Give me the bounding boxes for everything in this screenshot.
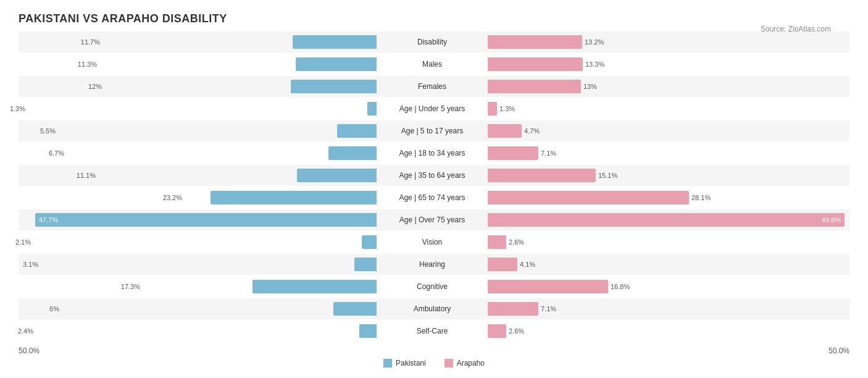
pink-bar	[488, 324, 506, 338]
pink-bar	[488, 146, 538, 160]
arapaho-color-box	[444, 359, 453, 368]
pink-bar	[488, 169, 596, 182]
bar-label: Males	[377, 60, 488, 69]
right-value: 4.1%	[520, 261, 535, 268]
left-value: 2.1%	[15, 238, 31, 246]
pink-bar	[488, 102, 497, 116]
right-side: 7.1%	[488, 146, 846, 160]
left-value: 11.7%	[81, 38, 100, 46]
right-side: 13.2%	[488, 35, 846, 49]
right-value: 4.7%	[524, 127, 540, 135]
bar-label: Vision	[377, 238, 488, 246]
bar-label: Females	[377, 82, 488, 91]
bar-row: 47.7% Age | Over 75 years 49.8%	[19, 209, 849, 230]
bar-container: 2.4% Self-Care 2.6%	[19, 321, 849, 342]
bar-row: 6% Ambulatory 7.1%	[19, 298, 849, 319]
right-value: 49.8%	[822, 216, 841, 224]
right-value: 13%	[583, 83, 597, 90]
bar-row: 2.4% Self-Care 2.6%	[19, 321, 849, 342]
bar-label: Age | Under 5 years	[377, 104, 488, 113]
pink-bar	[488, 302, 538, 316]
blue-bar: 47.7%	[35, 213, 377, 227]
right-side: 28.1%	[488, 191, 846, 204]
pink-bar	[488, 124, 522, 138]
bar-row: 5.5% Age | 5 to 17 years 4.7%	[19, 120, 849, 141]
bar-container: 3.1% Hearing 4.1%	[19, 254, 849, 275]
right-value: 15.1%	[598, 172, 617, 179]
bar-container: 47.7% Age | Over 75 years 49.8%	[19, 209, 849, 230]
bar-row: 11.1% Age | 35 to 64 years 15.1%	[19, 165, 849, 186]
axis-left: 50.0%	[19, 346, 378, 355]
left-value: 17.3%	[121, 283, 140, 290]
blue-bar	[354, 258, 377, 271]
right-value: 16.8%	[611, 283, 630, 290]
right-value: 2.6%	[509, 238, 524, 246]
bar-label: Hearing	[377, 260, 488, 269]
bar-row: 3.1% Hearing 4.1%	[19, 254, 849, 275]
left-value: 2.4%	[18, 327, 33, 335]
right-side: 2.6%	[488, 324, 846, 338]
left-side: 6%	[19, 302, 377, 316]
bar-container: 1.3% Age | Under 5 years 1.3%	[19, 98, 849, 119]
pink-bar	[488, 258, 517, 271]
right-side: 13.3%	[488, 57, 846, 71]
right-side: 7.1%	[488, 302, 846, 316]
bar-container: 5.5% Age | 5 to 17 years 4.7%	[19, 120, 849, 141]
left-side: 11.7%	[19, 35, 377, 49]
legend-pakistani-label: Pakistani	[396, 359, 426, 368]
bar-row: 2.1% Vision 2.6%	[19, 232, 849, 253]
bar-row: 11.7% Disability 13.2%	[19, 32, 849, 52]
left-value: 12%	[88, 83, 102, 90]
bar-row: 23.2% Age | 65 to 74 years 28.1%	[19, 187, 849, 208]
bar-label: Age | 5 to 17 years	[377, 127, 488, 135]
left-side: 17.3%	[19, 280, 377, 293]
bar-label: Age | 35 to 64 years	[377, 171, 488, 180]
bar-row: 1.3% Age | Under 5 years 1.3%	[19, 98, 849, 119]
axis-row: 50.0% 50.0%	[19, 346, 849, 355]
pink-bar	[488, 191, 689, 204]
left-side: 23.2%	[19, 191, 377, 204]
right-value: 13.2%	[585, 38, 604, 46]
left-side: 12%	[19, 80, 377, 93]
left-value: 23.2%	[163, 194, 182, 201]
pink-bar	[488, 280, 608, 293]
blue-bar	[362, 235, 377, 249]
left-side: 5.5%	[19, 124, 377, 138]
bar-label: Disability	[377, 38, 488, 46]
right-value: 2.6%	[509, 327, 524, 335]
bar-container: 23.2% Age | 65 to 74 years 28.1%	[19, 187, 849, 208]
right-side: 1.3%	[488, 102, 846, 116]
right-side: 4.1%	[488, 258, 846, 271]
left-side: 3.1%	[19, 258, 377, 271]
pink-bar	[488, 57, 583, 71]
bar-label: Age | 18 to 34 years	[377, 149, 488, 158]
bar-row: 11.3% Males 13.3%	[19, 54, 849, 75]
bar-label: Age | Over 75 years	[377, 216, 488, 224]
left-side: 1.3%	[19, 102, 377, 116]
blue-bar	[367, 102, 377, 116]
left-value: 1.3%	[10, 105, 25, 112]
left-value: 47.7%	[39, 216, 58, 224]
left-value: 6.7%	[49, 149, 64, 157]
pink-bar	[488, 35, 582, 49]
bar-container: 11.1% Age | 35 to 64 years 15.1%	[19, 165, 849, 186]
left-side: 11.1%	[19, 169, 377, 182]
bar-container: 6% Ambulatory 7.1%	[19, 298, 849, 319]
bar-label: Age | 65 to 74 years	[377, 193, 488, 202]
left-side: 11.3%	[19, 57, 377, 71]
right-side: 49.8%	[488, 213, 846, 227]
bar-row: 6.7% Age | 18 to 34 years 7.1%	[19, 143, 849, 164]
left-value: 3.1%	[23, 261, 38, 268]
right-value: 7.1%	[541, 149, 556, 157]
legend-arapaho: Arapaho	[444, 359, 485, 368]
left-side: 2.4%	[19, 324, 377, 338]
bar-label: Ambulatory	[377, 304, 488, 313]
right-value: 7.1%	[541, 305, 556, 313]
blue-bar	[291, 80, 377, 93]
blue-bar	[333, 302, 377, 316]
bar-container: 2.1% Vision 2.6%	[19, 232, 849, 253]
legend: Pakistani Arapaho	[19, 359, 849, 368]
right-value: 28.1%	[691, 194, 711, 201]
bar-label: Cognitive	[377, 282, 488, 291]
bar-container: 12% Females 13%	[19, 76, 849, 97]
